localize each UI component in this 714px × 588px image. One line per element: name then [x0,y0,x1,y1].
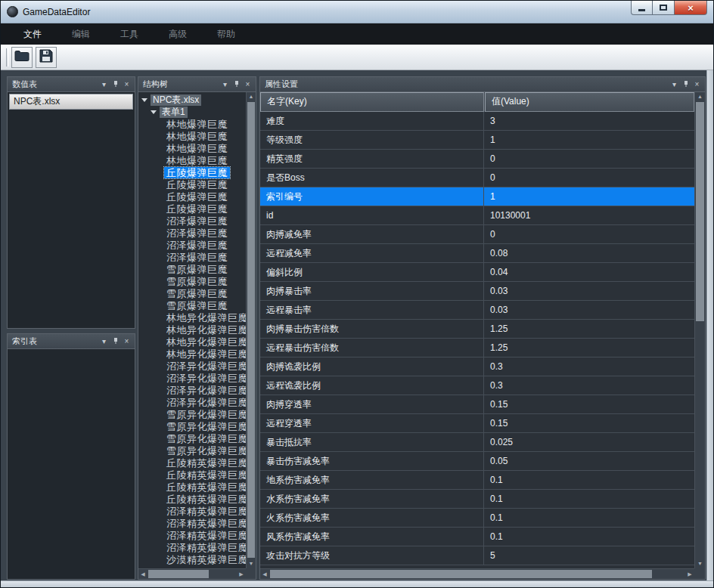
property-value-cell[interactable]: 1 [484,131,694,149]
property-value-cell[interactable]: 3 [484,112,694,130]
property-key-cell[interactable]: 肉搏暴击率 [260,282,484,300]
property-value-cell[interactable]: 1.25 [484,339,694,357]
scroll-down-arrow[interactable]: ▼ [695,559,705,568]
property-key-cell[interactable]: 水系伤害减免率 [260,490,484,508]
tree-horizontal-scrollbar[interactable]: ◀ ▶ [138,568,246,579]
property-key-cell[interactable]: 是否Boss [260,169,484,187]
maximize-button[interactable] [653,1,674,15]
tree-leaf-node[interactable]: 雪原爆弹巨魔 [138,275,246,287]
tree-leaf-node[interactable]: 林地爆弹巨魔 [138,118,246,130]
property-value-cell[interactable]: 0.1 [484,490,694,508]
property-key-cell[interactable]: 远程穿透率 [260,414,484,432]
property-value-cell[interactable]: 0.08 [484,244,694,262]
panel-close-button[interactable]: × [121,79,132,90]
property-key-cell[interactable]: 远程暴击伤害倍数 [260,339,484,357]
tree-leaf-node[interactable]: 沼泽精英爆弹巨魔 [138,541,246,553]
tree-vertical-scrollbar[interactable]: ▲ ▼ [246,92,256,568]
property-key-cell[interactable]: 暴击伤害减免率 [260,452,484,470]
titlebar[interactable]: GameDataEditor [1,1,713,23]
tree-leaf-node[interactable]: 沼泽精英爆弹巨魔 [138,517,246,529]
panel-close-button[interactable]: × [121,336,132,347]
structure-tree-panel-header[interactable]: 结构树 ▾ × [138,77,256,92]
scrollbar-thumb[interactable] [148,570,209,578]
properties-panel-header[interactable]: 属性设置 ▾ × [260,77,705,92]
tree-leaf-node[interactable]: 林地异化爆弹巨魔 [138,336,246,348]
property-key-cell[interactable]: 火系伤害减免率 [260,509,484,527]
property-key-cell[interactable]: 远程暴击率 [260,301,484,319]
save-file-button[interactable] [36,47,57,68]
scrollbar-thumb[interactable] [696,102,704,321]
tree-leaf-node[interactable]: 沼泽异化爆弹巨魔 [138,360,246,372]
scroll-right-arrow[interactable]: ▶ [685,569,694,579]
tree-leaf-node[interactable]: 丘陵爆弹巨魔 [138,203,246,215]
tree-leaf-node[interactable]: 丘陵精英爆弹巨魔 [138,456,246,469]
menu-tools[interactable]: 工具 [105,23,154,45]
tree-leaf-node[interactable]: 林地异化爆弹巨魔 [138,348,246,360]
tree-leaf-node[interactable]: 沼泽精英爆弹巨魔 [138,505,246,517]
file-item[interactable]: NPC表.xlsx [9,94,133,110]
tree-leaf-node[interactable]: 丘陵爆弹巨魔 [138,178,246,190]
property-value-cell[interactable]: 0 [484,169,694,187]
tree-leaf-node[interactable]: 雪原异化爆弹巨魔 [138,408,246,420]
property-key-cell[interactable]: 偏斜比例 [260,263,484,281]
panel-pin-button[interactable] [231,79,242,90]
scroll-up-arrow[interactable]: ▲ [695,92,705,101]
tree-leaf-node[interactable]: 雪原爆弹巨魔 [138,263,246,275]
property-key-cell[interactable]: 索引编号 [260,187,484,206]
tree-leaf-node[interactable]: 沼泽爆弹巨魔 [138,215,246,227]
tree-leaf-node[interactable]: 丘陵爆弹巨魔 [138,190,246,203]
scroll-right-arrow[interactable]: ▶ [237,569,246,579]
toolbar-grip[interactable] [6,48,9,67]
property-key-cell[interactable]: id [260,206,484,224]
property-key-cell[interactable]: 远程诡袭比例 [260,376,484,395]
tree-leaf-node[interactable]: 沙漠精英爆弹巨魔 [138,553,246,565]
property-value-cell[interactable]: 0.1 [484,509,694,527]
scrollbar-thumb[interactable] [247,102,255,558]
property-key-cell[interactable]: 风系伤害减免率 [260,528,484,546]
panel-menu-button[interactable]: ▾ [98,79,110,90]
property-key-cell[interactable]: 肉搏穿透率 [260,395,484,413]
tree-leaf-node[interactable]: 丘陵精英爆弹巨魔 [138,469,246,481]
property-value-cell[interactable]: 0.03 [484,282,694,300]
property-value-cell[interactable]: 0.03 [484,301,694,319]
panel-close-button[interactable]: × [242,79,253,90]
properties-vertical-scrollbar[interactable]: ▲ ▼ [694,92,705,568]
tree-leaf-node[interactable]: 沼泽异化爆弹巨魔 [138,396,246,408]
property-value-cell[interactable]: 0 [484,150,694,168]
menu-edit[interactable]: 编辑 [57,23,105,45]
properties-horizontal-scrollbar[interactable]: ◀ ▶ [260,568,694,579]
scroll-down-arrow[interactable]: ▼ [247,559,256,568]
panel-menu-button[interactable]: ▾ [219,79,231,90]
expander-icon[interactable] [151,110,157,114]
tree-leaf-node[interactable]: 沼泽爆弹巨魔 [138,251,246,263]
open-file-button[interactable] [11,47,33,68]
tree-leaf-node[interactable]: 沼泽精英爆弹巨魔 [138,529,246,541]
tree-leaf-node[interactable]: 丘陵精英爆弹巨魔 [138,493,246,505]
tree-leaf-node[interactable]: 丘陵爆弹巨魔 [138,166,246,178]
tree-root-node[interactable]: NPC表.xlsx [138,94,246,106]
panel-menu-button[interactable]: ▾ [98,336,110,347]
tree-leaf-node[interactable]: 雪原爆弹巨魔 [138,287,246,299]
tree-leaf-node[interactable]: 沼泽爆弹巨魔 [138,227,246,239]
menu-file[interactable]: 文件 [8,23,57,45]
property-value-cell[interactable]: 0.1 [484,528,694,546]
property-value-cell[interactable]: 1.25 [484,320,694,338]
property-value-cell[interactable]: 0.05 [484,452,694,470]
tree-leaf-node[interactable]: 沼泽异化爆弹巨魔 [138,384,246,396]
scrollbar-thumb[interactable] [270,570,652,578]
tree-leaf-node[interactable]: 林地爆弹巨魔 [138,154,246,166]
tree-leaf-node[interactable]: 雪原异化爆弹巨魔 [138,444,246,456]
tree-leaf-node[interactable]: 林地爆弹巨魔 [138,142,246,154]
tree-leaf-node[interactable]: 雪原异化爆弹巨魔 [138,420,246,432]
menu-help[interactable]: 帮助 [202,23,250,45]
property-key-cell[interactable]: 肉搏诡袭比例 [260,357,484,376]
tree-leaf-node[interactable]: 雪原异化爆弹巨魔 [138,432,246,444]
property-value-cell[interactable]: 5 [484,546,694,565]
panel-pin-button[interactable] [110,79,121,90]
property-key-cell[interactable]: 难度 [260,112,484,130]
tree-leaf-node[interactable]: 林地异化爆弹巨魔 [138,311,246,323]
menu-advanced[interactable]: 高级 [154,23,202,45]
property-key-cell[interactable]: 精英强度 [260,150,484,168]
property-value-cell[interactable]: 10130001 [484,206,694,224]
close-button[interactable]: × [674,1,707,15]
